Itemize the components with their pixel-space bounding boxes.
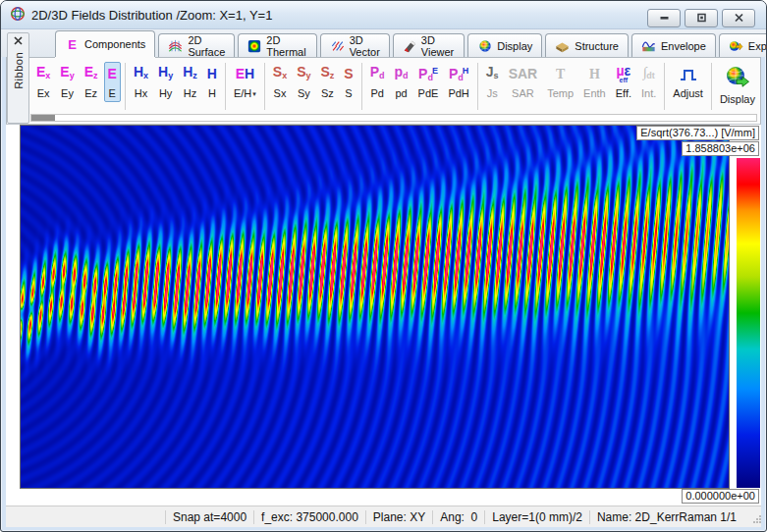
hy-glyph-icon: Hy [158, 64, 173, 84]
titlebar[interactable]: 2D/3D Fields Distribution /Zoom: X=1, Y=… [1, 1, 766, 29]
components-e-icon: E [65, 37, 80, 52]
tab-3d-viewer[interactable]: 3D Viewer [393, 33, 465, 57]
display-globe-arrow-icon [725, 64, 750, 90]
resize-grip-icon[interactable] [752, 510, 762, 528]
hz-button[interactable]: HzHz [179, 62, 201, 102]
h-button[interactable]: HH [203, 62, 221, 102]
toolbar-group-separator [264, 63, 265, 110]
tab-envelope[interactable]: Envelope [631, 33, 716, 57]
sar-label: SAR [512, 87, 534, 100]
s-button[interactable]: SS [340, 62, 356, 102]
s-label: S [345, 87, 352, 100]
tab-label: Display [497, 40, 532, 52]
sar-button[interactable]: SARSAR [505, 62, 542, 102]
eff-label: Eff. [616, 87, 631, 100]
tab-3d-vector[interactable]: 3D Vector [320, 33, 390, 57]
temp-glyph-icon: T [556, 64, 565, 84]
tab-components[interactable]: EComponents [55, 30, 155, 57]
toolbar-group: ExExEyEyEzEzEE [31, 62, 122, 102]
ey-button[interactable]: EyEy [56, 62, 78, 102]
close-icon [734, 11, 744, 26]
envelope-wave-icon [641, 38, 656, 53]
sx-glyph-icon: Sx [273, 64, 287, 84]
ribbon-toolbar: ExExEyEyEzEzEEHxHxHyHyHzHzHHEHE/H▾SxSxSy… [31, 60, 758, 112]
tab-structure[interactable]: Structure [545, 33, 629, 57]
ey-label: Ey [61, 87, 74, 100]
toolbar-group: SxSxSySySzSzSS [268, 62, 358, 102]
e-glyph-icon: E [108, 64, 117, 84]
toolbar-group-separator [361, 63, 362, 110]
restore-button[interactable] [685, 9, 718, 27]
sz-label: Sz [321, 87, 334, 100]
display-button[interactable]: Display [716, 62, 758, 108]
app-window: 2D/3D Fields Distribution /Zoom: X=1, Y=… [0, 0, 767, 532]
tab-label: 2D Thermal [266, 34, 306, 58]
tab-label: Structure [575, 40, 619, 52]
enth-glyph-icon: H [589, 64, 600, 84]
tab-label: Components [84, 38, 145, 50]
toolbar-group-separator [711, 63, 712, 110]
pdh-glyph-icon: PdH [449, 64, 468, 84]
e-button[interactable]: EE [104, 62, 121, 102]
toolbar-group: JsJsSARSARTTempHEnthµεeffEff.∫dtInt. [481, 62, 662, 102]
tab-label: 3D Vector [350, 34, 380, 58]
eff-button[interactable]: µεeffEff. [612, 62, 635, 102]
pde-button[interactable]: PdEPdE [414, 62, 443, 102]
window-title: 2D/3D Fields Distribution /Zoom: X=1, Y=… [31, 8, 272, 23]
hy-label: Hy [159, 87, 172, 100]
ribbon-close-button[interactable] [14, 36, 23, 46]
temp-label: Temp [547, 87, 574, 100]
mesh-globe-icon [10, 6, 26, 25]
eh-label: E/H▾ [234, 87, 256, 100]
ez-button[interactable]: EzEz [81, 62, 102, 102]
surface-mesh-icon [168, 38, 183, 53]
field-distribution-plot[interactable] [20, 125, 730, 489]
hz-label: Hz [184, 87, 196, 100]
close-button[interactable] [722, 9, 755, 27]
js-button[interactable]: JsJs [482, 62, 503, 102]
pd-button[interactable]: PdPd [366, 62, 389, 102]
pdh-label: PdH [448, 87, 468, 100]
ex-glyph-icon: Ex [36, 64, 50, 84]
toolbar-group: Adjust [668, 62, 708, 102]
h-label: H [208, 87, 216, 100]
pd-small-button[interactable]: pdpd [391, 62, 412, 102]
hx-button[interactable]: HxHx [130, 62, 152, 102]
dropdown-arrow-icon: ▾ [252, 90, 256, 97]
sy-button[interactable]: SySy [293, 62, 314, 102]
restore-icon [696, 11, 707, 26]
temp-button[interactable]: TTemp [543, 62, 577, 102]
toolbar-group-separator [664, 63, 665, 110]
pdh-button[interactable]: PdHPdH [444, 62, 472, 102]
toolbar-group: HxHxHyHyHzHzHH [129, 62, 222, 102]
tab-label: Export [748, 40, 767, 52]
pd-small-label: pd [395, 87, 407, 100]
ribbon-panel: ExExEyEyEzEzEEHxHxHyHyHzHzHHEHE/H▾SxSxSy… [6, 57, 761, 125]
scrollbar-thumb[interactable] [31, 115, 55, 121]
adjust-button[interactable]: Adjust [669, 62, 707, 102]
status-segment-4: Ang: 0 [432, 510, 484, 524]
toolbar-group-separator [225, 63, 226, 110]
ex-button[interactable]: ExEx [32, 62, 54, 102]
hy-button[interactable]: HyHy [154, 62, 177, 102]
ribbon-scrollbar[interactable] [30, 114, 757, 122]
x-close-icon [14, 33, 23, 48]
s-glyph-icon: S [344, 64, 353, 84]
eh-button[interactable]: EHE/H▾ [230, 62, 260, 102]
int-button[interactable]: ∫dtInt. [637, 62, 660, 102]
int-glyph-icon: ∫dt [643, 64, 655, 84]
minimize-button[interactable] [647, 9, 681, 27]
sz-button[interactable]: SzSz [317, 62, 339, 102]
enth-button[interactable]: HEnth [579, 62, 610, 102]
status-segment-3: Plane: XY [365, 510, 432, 524]
pde-label: PdE [418, 87, 439, 100]
tab-label: 3D Viewer [421, 34, 455, 58]
tab-2d-surface[interactable]: 2D Surface [158, 33, 235, 57]
sx-button[interactable]: SxSx [269, 62, 291, 102]
minimize-icon [659, 11, 670, 26]
tab-export[interactable]: Export [719, 33, 767, 57]
pulse-icon [680, 64, 697, 84]
tab-display[interactable]: Display [467, 33, 542, 57]
tab-2d-thermal[interactable]: 2D Thermal [238, 33, 316, 57]
tab-label: Envelope [661, 40, 706, 52]
